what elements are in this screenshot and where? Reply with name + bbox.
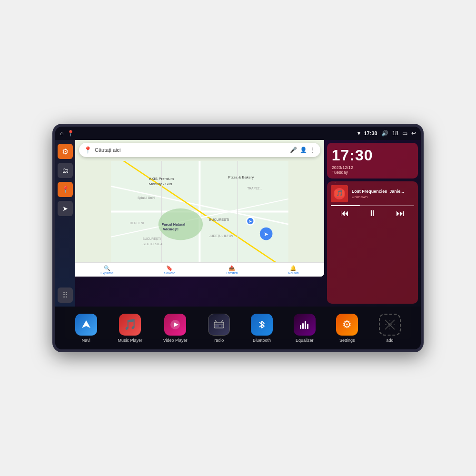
- music-progress-bar-container[interactable]: [331, 205, 414, 206]
- prev-track-button[interactable]: ⏮: [340, 209, 349, 218]
- updates-label: Noutăți: [288, 271, 298, 275]
- home-icon[interactable]: ⌂: [60, 130, 63, 137]
- battery-level: 18: [392, 130, 398, 137]
- bottom-apps-bar: Navi 🎵 Music Player Video Player: [55, 307, 421, 349]
- equalizer-label: Equalizer: [296, 338, 314, 343]
- svg-rect-39: [302, 323, 304, 329]
- app-drawer-btn[interactable]: ⠿: [58, 288, 73, 303]
- radio-label: radio: [214, 338, 224, 343]
- music-title: Lost Frequencies_Janie...: [352, 189, 414, 194]
- svg-rect-36: [215, 325, 219, 327]
- share-label: Trimiteți: [226, 271, 238, 275]
- svg-rect-38: [300, 325, 301, 329]
- account-icon[interactable]: 👤: [300, 147, 307, 153]
- clock-widget: 17:30 2023/12/12 Tuesday: [327, 143, 418, 178]
- svg-text:➤: ➤: [248, 219, 252, 224]
- svg-text:Parcul Natural: Parcul Natural: [161, 222, 185, 227]
- status-left: ⌂ 📍: [60, 130, 74, 137]
- svg-text:Splaiul Unirii: Splaiul Unirii: [138, 196, 155, 200]
- app-item-music-player[interactable]: 🎵 Music Player: [118, 314, 143, 343]
- svg-text:Mobility - Sud: Mobility - Sud: [149, 182, 172, 186]
- more-options-icon[interactable]: ⋮: [310, 147, 316, 153]
- wifi-icon: ▾: [357, 130, 360, 137]
- svg-text:BUCUREȘTI: BUCUREȘTI: [143, 237, 161, 241]
- nav-arrow-icon: ➤: [62, 205, 68, 212]
- right-panel: 17:30 2023/12/12 Tuesday: [324, 140, 421, 307]
- svg-text:AXIS Premium: AXIS Premium: [149, 177, 174, 181]
- app-item-video-player[interactable]: Video Player: [163, 314, 188, 343]
- map-bottom-bar: 🔍 Explorați 🔖 Salvate 📤 Trimiteți 🔔 Nout…: [75, 262, 324, 277]
- album-art: 🎵: [331, 185, 348, 202]
- bluetooth-label: Bluetooth: [253, 338, 271, 343]
- status-right: ▾ 17:30 🔊 18 ▭ ↩: [357, 130, 416, 137]
- saved-icon: 🔖: [166, 265, 173, 271]
- app-item-settings[interactable]: ⚙ Settings: [336, 314, 358, 343]
- dots-icon: ⠿: [62, 291, 68, 300]
- svg-text:BERCENI: BERCENI: [130, 221, 144, 225]
- battery-icon: ▭: [402, 130, 407, 137]
- next-track-button[interactable]: ⏭: [396, 209, 405, 218]
- map-content[interactable]: AXIS Premium Mobility - Sud Pizza & Bake…: [75, 161, 324, 262]
- clock-time: 17:30: [332, 147, 413, 164]
- sidebar-files-btn[interactable]: 🗂: [58, 163, 73, 178]
- app-item-equalizer[interactable]: Equalizer: [294, 314, 316, 343]
- sidebar-nav-btn[interactable]: ➤: [58, 201, 73, 216]
- location-icon[interactable]: 📍: [67, 130, 74, 137]
- app-item-radio[interactable]: radio: [208, 314, 230, 343]
- map-search-input[interactable]: Căutați aici: [95, 147, 287, 153]
- music-details: Lost Frequencies_Janie... Unknown: [352, 189, 414, 199]
- equalizer-icon: [294, 314, 316, 336]
- add-label: add: [387, 338, 394, 343]
- sidebar-settings-btn[interactable]: ⚙: [58, 144, 73, 159]
- explore-icon: 🔍: [104, 265, 110, 271]
- volume-icon: 🔊: [381, 130, 388, 137]
- pause-button[interactable]: ⏸: [368, 209, 377, 218]
- sidebar-maps-btn[interactable]: 📍: [58, 182, 73, 197]
- svg-point-37: [221, 325, 223, 327]
- app-item-bluetooth[interactable]: Bluetooth: [251, 314, 273, 343]
- music-artist: Unknown: [352, 195, 414, 199]
- music-widget: 🎵 Lost Frequencies_Janie... Unknown ⏮: [327, 181, 418, 304]
- main-area: ⚙ 🗂 📍 ➤ ⠿: [55, 140, 421, 307]
- back-icon[interactable]: ↩: [411, 130, 416, 137]
- navi-icon: [75, 314, 97, 336]
- svg-text:➤: ➤: [264, 231, 268, 238]
- center-area: 📍 Căutați aici 🎤 👤 ⋮: [75, 140, 421, 307]
- device-frame: ⌂ 📍 ▾ 17:30 🔊 18 ▭ ↩ ⚙ 🗂 📍 ➤: [52, 124, 424, 352]
- svg-text:Văcărești: Văcărești: [163, 227, 178, 231]
- svg-rect-41: [307, 324, 308, 329]
- music-player-label: Music Player: [118, 338, 143, 343]
- radio-icon: [208, 314, 230, 336]
- app-item-add[interactable]: add: [379, 314, 401, 343]
- svg-rect-40: [305, 321, 306, 329]
- app-item-navi[interactable]: Navi: [75, 314, 97, 343]
- microphone-icon[interactable]: 🎤: [290, 147, 297, 153]
- sidebar: ⚙ 🗂 📍 ➤ ⠿: [55, 140, 75, 307]
- maps-icon: 📍: [61, 186, 69, 193]
- map-saved-btn[interactable]: 🔖 Salvate: [164, 265, 175, 275]
- music-info: 🎵 Lost Frequencies_Janie... Unknown: [331, 185, 414, 202]
- status-time: 17:30: [364, 130, 377, 136]
- map-search-pin-icon: 📍: [84, 146, 92, 154]
- saved-label: Salvate: [164, 271, 175, 275]
- map-share-btn[interactable]: 📤 Trimiteți: [226, 265, 238, 275]
- add-app-icon: [379, 314, 401, 336]
- map-widget[interactable]: 📍 Căutați aici 🎤 👤 ⋮: [75, 140, 324, 277]
- files-icon: 🗂: [62, 167, 69, 174]
- svg-text:JUDEȚUL ILFOV: JUDEȚUL ILFOV: [209, 234, 233, 238]
- map-explore-btn[interactable]: 🔍 Explorați: [100, 265, 113, 275]
- map-search-bar[interactable]: 📍 Căutați aici 🎤 👤 ⋮: [79, 143, 320, 157]
- svg-text:SECTORUL 4: SECTORUL 4: [143, 242, 163, 246]
- svg-text:Pizza & Bakery: Pizza & Bakery: [228, 175, 254, 179]
- video-player-icon: [164, 314, 186, 336]
- map-search-icons: 🎤 👤 ⋮: [290, 147, 316, 153]
- explore-label: Explorați: [100, 271, 113, 275]
- svg-text:🎵: 🎵: [336, 189, 343, 197]
- clock-date: 2023/12/12 Tuesday: [332, 165, 413, 175]
- map-updates-btn[interactable]: 🔔 Noutăți: [288, 265, 298, 275]
- svg-text:TRAPEZ...: TRAPEZ...: [247, 187, 262, 190]
- svg-marker-29: [82, 320, 90, 328]
- status-bar: ⌂ 📍 ▾ 17:30 🔊 18 ▭ ↩: [55, 127, 421, 140]
- svg-text:BUCUREȘTI: BUCUREȘTI: [209, 218, 229, 222]
- settings-app-icon: ⚙: [336, 314, 358, 336]
